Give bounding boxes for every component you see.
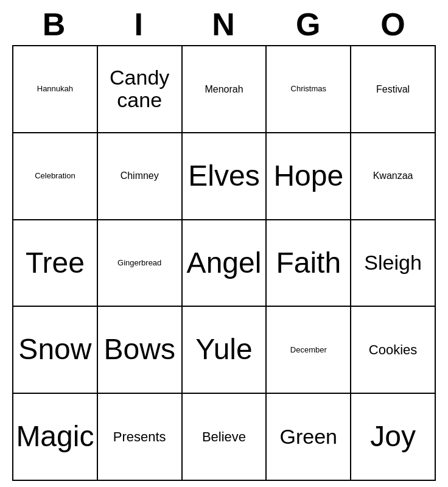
cell-text-1-4: Kwanzaa (354, 170, 432, 181)
cell-text-2-0: Tree (16, 247, 94, 279)
cell-text-0-0: Hannukah (16, 85, 94, 93)
grid-row-4: MagicPresentsBelieveGreenJoy (13, 393, 435, 480)
grid-row-0: HannukahCandycaneMenorahChristmasFestiva… (13, 46, 435, 133)
grid-cell-2-4: Sleigh (351, 220, 435, 307)
bingo-header: BINGO (12, 6, 436, 43)
cell-text-3-2: Yule (185, 334, 264, 366)
header-letter-B: B (12, 6, 97, 43)
cell-text-1-0: Celebration (16, 172, 94, 180)
grid-cell-4-4: Joy (351, 393, 435, 480)
header-letter-G: G (267, 6, 351, 43)
grid-cell-4-0: Magic (13, 393, 97, 480)
grid-row-3: SnowBowsYuleDecemberCookies (13, 306, 435, 393)
grid-cell-2-3: Faith (266, 220, 351, 307)
cell-text-0-2: Menorah (185, 84, 264, 95)
cell-text-1-2: Elves (185, 160, 264, 192)
cell-text-3-0: Snow (16, 334, 94, 366)
bingo-grid: HannukahCandycaneMenorahChristmasFestiva… (12, 45, 436, 481)
grid-cell-4-2: Believe (182, 393, 267, 480)
grid-cell-0-3: Christmas (266, 46, 351, 133)
grid-row-1: CelebrationChimneyElvesHopeKwanzaa (13, 133, 435, 220)
grid-cell-3-3: December (266, 306, 351, 393)
grid-cell-4-1: Presents (97, 393, 182, 480)
grid-cell-1-2: Elves (182, 133, 267, 220)
grid-cell-2-2: Angel (182, 220, 267, 307)
cell-text-1-1: Chimney (100, 170, 179, 181)
cell-text-2-1: Gingerbread (100, 259, 179, 267)
cell-text-2-2: Angel (185, 247, 264, 279)
header-letter-O: O (351, 6, 436, 43)
grid-cell-2-0: Tree (13, 220, 97, 307)
cell-text-4-1: Presents (100, 430, 179, 444)
grid-cell-3-4: Cookies (351, 306, 435, 393)
cell-text-0-3: Christmas (269, 85, 348, 93)
grid-cell-0-2: Menorah (182, 46, 267, 133)
cell-text-0-1: Candycane (100, 66, 179, 112)
header-letter-I: I (97, 6, 181, 43)
cell-text-3-3: December (269, 346, 348, 354)
grid-cell-0-1: Candycane (97, 46, 182, 133)
cell-text-4-2: Believe (185, 430, 264, 444)
grid-cell-2-1: Gingerbread (97, 220, 182, 307)
grid-cell-3-0: Snow (13, 306, 97, 393)
grid-cell-1-1: Chimney (97, 133, 182, 220)
grid-cell-1-0: Celebration (13, 133, 97, 220)
cell-text-0-4: Festival (354, 84, 432, 95)
grid-cell-3-1: Bows (97, 306, 182, 393)
grid-cell-4-3: Green (266, 393, 351, 480)
cell-text-4-4: Joy (354, 421, 432, 453)
header-letter-N: N (181, 6, 266, 43)
grid-cell-1-3: Hope (266, 133, 351, 220)
cell-text-3-1: Bows (100, 334, 179, 366)
cell-text-2-4: Sleigh (354, 251, 432, 274)
cell-text-2-3: Faith (269, 247, 348, 279)
grid-cell-0-0: Hannukah (13, 46, 97, 133)
cell-text-3-4: Cookies (354, 343, 432, 357)
cell-text-4-3: Green (269, 426, 348, 448)
grid-cell-0-4: Festival (351, 46, 435, 133)
grid-cell-3-2: Yule (182, 306, 267, 393)
cell-text-4-0: Magic (16, 421, 94, 453)
grid-cell-1-4: Kwanzaa (351, 133, 435, 220)
cell-text-1-3: Hope (269, 160, 348, 192)
grid-row-2: TreeGingerbreadAngelFaithSleigh (13, 220, 435, 307)
